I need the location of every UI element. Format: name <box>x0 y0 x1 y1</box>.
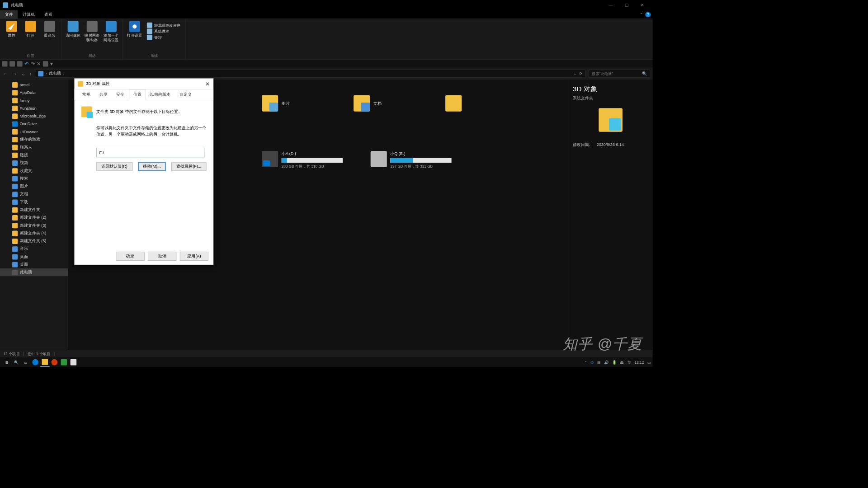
task-view-icon[interactable]: ▭ <box>21 357 31 367</box>
nav-forward-icon[interactable]: → <box>12 71 17 76</box>
nav-up-icon[interactable]: ↑ <box>29 71 32 76</box>
taskbar-search-icon[interactable]: 🔍 <box>12 357 21 367</box>
taskbar-edge[interactable] <box>31 357 40 367</box>
folder-tile[interactable] <box>445 93 524 113</box>
close-button[interactable]: ✕ <box>634 0 650 10</box>
taskbar-wechat[interactable] <box>59 357 69 367</box>
sidebar-item[interactable]: 保存的游戏 <box>0 136 68 143</box>
sidebar-item[interactable]: 新建文件夹 (4) <box>0 230 68 237</box>
ribbon-collapse-icon[interactable]: ⌃ <box>640 12 643 17</box>
sidebar-item[interactable]: 文档 <box>0 190 68 198</box>
qat-icon-2[interactable] <box>9 61 15 66</box>
tray-network-icon[interactable]: 🖧 <box>620 360 624 364</box>
sidebar-item[interactable]: 联系人 <box>0 143 68 151</box>
folder-tile[interactable]: 图片 <box>262 93 340 113</box>
folder-tile[interactable]: 文档 <box>354 93 432 113</box>
tray-chevron-icon[interactable]: ⌃ <box>584 360 587 365</box>
move-button[interactable]: 移动(M)... <box>138 162 166 171</box>
dialog-tab[interactable]: 位置 <box>129 89 146 100</box>
drive-tile[interactable]: 小Q (E:) 197 GB 可用，共 311 GB <box>371 151 466 169</box>
dialog-tab[interactable]: 以前的版本 <box>146 89 175 100</box>
open-settings-button[interactable]: 打开设置 <box>126 21 143 38</box>
search-input[interactable] <box>592 71 642 75</box>
nav-back-icon[interactable]: ← <box>3 71 8 76</box>
sidebar-item[interactable]: OneDrive <box>0 120 68 127</box>
tray-battery-icon[interactable]: 🔋 <box>612 360 617 365</box>
tray-notifications-icon[interactable]: ▭ <box>647 360 651 365</box>
open-button[interactable]: 打开 <box>22 21 39 38</box>
rename-button[interactable]: 重命名 <box>41 21 58 38</box>
tab-file[interactable]: 文件 <box>0 10 18 19</box>
sidebar-item[interactable]: 音乐 <box>0 245 68 253</box>
system-properties-button[interactable]: 系统属性 <box>147 28 180 34</box>
breadcrumb-item[interactable]: 此电脑 <box>49 70 61 76</box>
sidebar-item[interactable]: 桌面 <box>0 261 68 268</box>
sidebar-item[interactable]: ansel <box>0 81 68 89</box>
access-media-button[interactable]: 访问媒体 <box>64 21 82 38</box>
tray-nvidia-icon[interactable]: ▦ <box>597 360 601 365</box>
sidebar-item[interactable]: 新建文件夹 <box>0 206 68 214</box>
sidebar-item[interactable]: 收藏夹 <box>0 167 68 174</box>
sidebar-item[interactable]: fancy <box>0 97 68 104</box>
taskbar-store[interactable] <box>69 357 78 367</box>
redo-icon[interactable]: ↷ <box>31 61 35 66</box>
sidebar-item[interactable]: 此电脑 <box>0 268 68 276</box>
dialog-tab[interactable]: 安全 <box>112 89 129 100</box>
qat-icon[interactable] <box>2 61 8 66</box>
sidebar[interactable]: anselAppDatafancyFunshionMicrosoftEdgeOn… <box>0 80 68 350</box>
chevron-right-icon[interactable]: › <box>63 71 65 76</box>
cancel-button[interactable]: 取消 <box>148 252 176 261</box>
qat-icon-4[interactable] <box>43 61 48 66</box>
sidebar-item[interactable]: 新建文件夹 (5) <box>0 237 68 245</box>
location-input[interactable] <box>96 148 205 157</box>
tray-ime-label[interactable]: 英 <box>627 360 631 365</box>
dialog-close-button[interactable]: ✕ <box>205 80 210 87</box>
nav-recent-icon[interactable]: ⌵ <box>22 71 24 76</box>
apply-button[interactable]: 应用(A) <box>180 252 208 261</box>
refresh-icon[interactable]: ⟳ <box>579 71 583 76</box>
qat-menu-icon[interactable]: ▾ <box>50 61 53 67</box>
sidebar-item[interactable]: 搜索 <box>0 175 68 183</box>
tray-bluetooth-icon[interactable]: ⌬ <box>590 360 594 365</box>
tray-volume-icon[interactable]: 🔊 <box>604 360 609 365</box>
delete-icon[interactable]: ✕ <box>37 61 41 66</box>
search-box[interactable]: 🔍 <box>589 70 650 78</box>
sidebar-item[interactable]: MicrosoftEdge <box>0 112 68 120</box>
taskbar-explorer[interactable] <box>40 357 50 367</box>
tray-clock[interactable]: 12:12 <box>635 360 644 364</box>
restore-default-button[interactable]: 还原默认值(R) <box>96 162 132 171</box>
undo-icon[interactable]: ↶ <box>24 61 28 66</box>
tab-view[interactable]: 查看 <box>39 10 57 19</box>
help-icon[interactable]: ? <box>645 12 651 17</box>
sidebar-item[interactable]: 桌面 <box>0 253 68 260</box>
find-target-button[interactable]: 查找目标(F)... <box>171 162 207 171</box>
add-network-location-button[interactable]: 添加一个网络位置 <box>102 21 120 42</box>
dropdown-icon[interactable]: ⌵ <box>574 71 576 76</box>
minimize-button[interactable]: — <box>603 0 619 10</box>
map-drive-button[interactable]: 映射网络驱动器 <box>83 21 101 42</box>
uninstall-programs-button[interactable]: 卸载或更改程序 <box>147 23 180 28</box>
sidebar-item[interactable]: 新建文件夹 (3) <box>0 221 68 229</box>
tab-computer[interactable]: 计算机 <box>18 10 39 19</box>
sidebar-item[interactable]: Funshion <box>0 104 68 112</box>
properties-button[interactable]: 属性 <box>3 21 20 38</box>
dialog-tab[interactable]: 自定义 <box>175 89 196 100</box>
sidebar-item[interactable]: AppData <box>0 89 68 96</box>
dialog-tab[interactable]: 常规 <box>78 89 95 100</box>
sidebar-item[interactable]: 链接 <box>0 151 68 159</box>
sidebar-item[interactable]: 新建文件夹 (2) <box>0 214 68 221</box>
ok-button[interactable]: 确定 <box>116 252 144 261</box>
qat-icon-3[interactable] <box>17 61 23 66</box>
chevron-right-icon[interactable]: › <box>46 71 47 76</box>
sidebar-item[interactable]: 图片 <box>0 183 68 190</box>
manage-button[interactable]: 管理 <box>147 35 180 40</box>
sidebar-item[interactable]: 视频 <box>0 159 68 167</box>
start-button[interactable]: ⊞ <box>2 357 12 367</box>
maximize-button[interactable]: ▢ <box>619 0 635 10</box>
sidebar-item[interactable]: 下载 <box>0 198 68 206</box>
sidebar-item[interactable]: UIDowner <box>0 128 68 136</box>
dialog-tab[interactable]: 共享 <box>95 89 112 100</box>
drive-tile[interactable]: 小A (D:) 283 GB 可用，共 310 GB <box>262 151 357 169</box>
taskbar-app-red[interactable] <box>50 357 59 367</box>
breadcrumb[interactable]: › 此电脑 › ⌵⟳ <box>35 70 585 78</box>
